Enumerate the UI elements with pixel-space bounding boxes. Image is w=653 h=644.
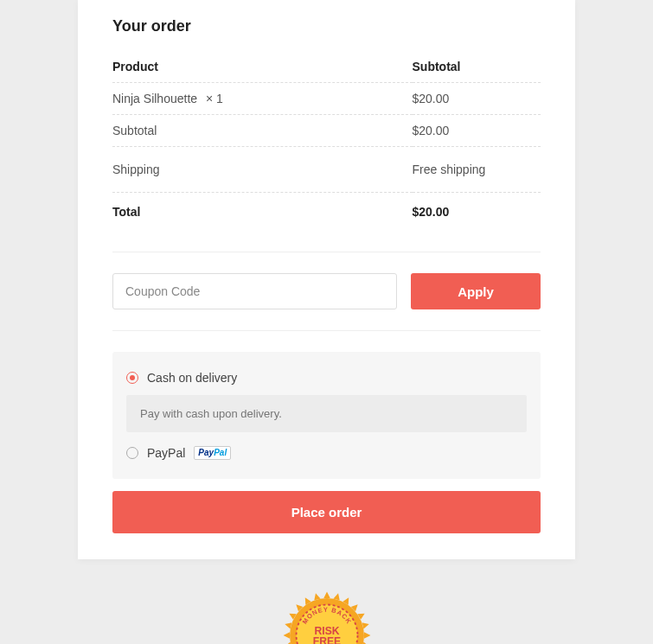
coupon-row: Apply xyxy=(112,273,541,309)
line-item-price: $20.00 xyxy=(413,83,541,115)
subtotal-label: Subtotal xyxy=(112,115,413,147)
product-name: Ninja Silhouette xyxy=(112,92,197,105)
svg-marker-0 xyxy=(323,592,330,598)
total-row: Total $20.00 xyxy=(112,193,541,232)
svg-marker-18 xyxy=(283,632,289,638)
payment-methods: Cash on delivery Pay with cash upon deli… xyxy=(112,352,541,479)
line-item-row: Ninja Silhouette × 1 $20.00 xyxy=(112,83,541,115)
total-value: $20.00 xyxy=(413,193,541,232)
line-item-name: Ninja Silhouette × 1 xyxy=(112,83,413,115)
header-subtotal: Subtotal xyxy=(413,51,541,83)
table-header-row: Product Subtotal xyxy=(112,51,541,83)
section-title: Your order xyxy=(112,0,541,51)
radio-paypal[interactable] xyxy=(126,447,138,459)
shipping-row: Shipping Free shipping xyxy=(112,147,541,193)
subtotal-value: $20.00 xyxy=(413,115,541,147)
product-qty: × 1 xyxy=(206,92,223,105)
total-label: Total xyxy=(112,193,413,232)
coupon-input[interactable] xyxy=(112,273,397,309)
paypal-label: PayPal xyxy=(147,446,185,460)
svg-text:FREE: FREE xyxy=(312,635,340,644)
apply-coupon-button[interactable]: Apply xyxy=(411,273,541,309)
payment-option-cod[interactable]: Cash on delivery xyxy=(126,366,527,390)
paypal-icon: PayPal xyxy=(194,446,231,460)
place-order-button[interactable]: Place order xyxy=(112,491,541,533)
divider xyxy=(112,252,541,252)
order-summary-table: Product Subtotal Ninja Silhouette × 1 $2… xyxy=(112,51,541,231)
guarantee-wrap: MONEY BACK RISK FREE 30 DAY GUARANTEE 30… xyxy=(0,587,653,644)
shipping-label: Shipping xyxy=(112,147,413,193)
svg-marker-6 xyxy=(363,632,369,638)
header-product: Product xyxy=(112,51,413,83)
order-review-card: Your order Product Subtotal Ninja Silhou… xyxy=(78,0,575,559)
cod-label: Cash on delivery xyxy=(147,371,237,385)
shipping-value: Free shipping xyxy=(413,147,541,193)
radio-cod[interactable] xyxy=(126,372,138,384)
divider xyxy=(112,330,541,331)
payment-option-paypal[interactable]: PayPal PayPal xyxy=(126,441,527,465)
guarantee-badge-icon: MONEY BACK RISK FREE 30 DAY GUARANTEE xyxy=(278,587,375,644)
subtotal-row: Subtotal $20.00 xyxy=(112,115,541,147)
cod-description: Pay with cash upon delivery. xyxy=(126,395,527,432)
